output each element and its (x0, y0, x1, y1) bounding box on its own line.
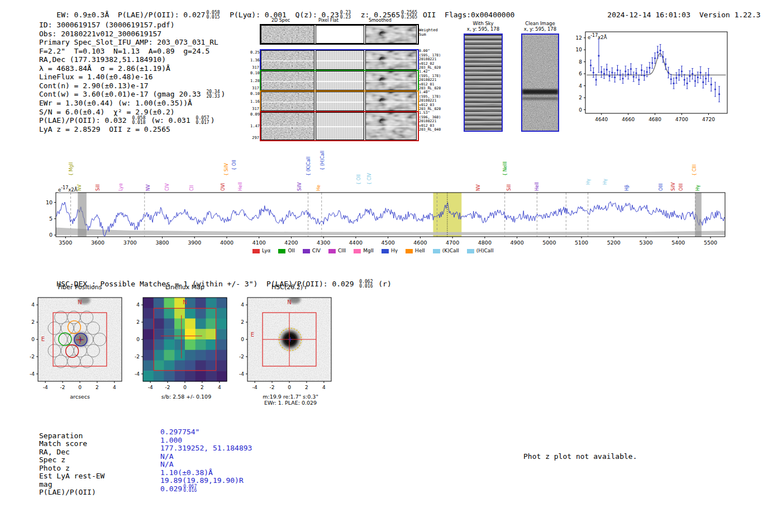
smoothed-image (365, 25, 417, 44)
data-point (692, 73, 693, 75)
spec2d-center-line (261, 126, 314, 127)
info-text: Primary Spec_Slot_IFU_AMP: 203_073_031_R… (39, 38, 218, 46)
data-point (635, 72, 637, 74)
heatmap-cell (143, 339, 154, 350)
info-line: RA,Dec (177.319382,51.184910) (39, 55, 225, 64)
emission-line-label: CIV (165, 183, 170, 191)
fiber-positions-plot: Fiber PositionsNE-4-2024-4-2024 (22, 279, 140, 391)
heatmap-cell (164, 308, 175, 319)
axis-tick-label: 3700 (123, 239, 137, 246)
hsc-image-group (247, 296, 331, 381)
emission-line-label: OVI (221, 183, 226, 191)
heatmap-cell (185, 339, 196, 350)
data-point (718, 93, 720, 95)
match-field-value: 19.89(19.89,19.90)R (160, 476, 244, 485)
spec2d-grid: 2D SpecPixel FlatSmoothedWeighted Sum0.2… (250, 16, 452, 143)
heatmap-cell (196, 308, 206, 319)
cutout-title: Lineflux Map (165, 284, 204, 291)
masked-region-band (695, 193, 702, 237)
axis-tick-label: 10 (46, 199, 53, 205)
data-point (627, 74, 629, 75)
axis-tick-label: -4 (30, 371, 35, 377)
emission-line-label: HeII (535, 182, 540, 191)
info-text: ) (211, 116, 215, 124)
legend-label: Lyα (262, 248, 270, 253)
axis-tick-label: 4300 (317, 239, 330, 246)
axis-tick-label: 2 (201, 385, 204, 390)
elixer-report-page: EW: 0.9±0.3Å P(LAE)/P(OII): 0.0270.0580.… (0, 0, 782, 532)
heatmap-cell (185, 350, 196, 361)
info-line: Primary Spec_Slot_IFU_AMP: 203_073_031_R… (39, 38, 225, 47)
heatmap-cell (216, 308, 227, 319)
axis-tick-label: 8 (579, 59, 582, 65)
match-field-value: N/A (160, 452, 173, 461)
axis-tick-label: -2 (165, 385, 170, 390)
heatmap-cell (164, 361, 175, 371)
pixel-flat-image (316, 71, 364, 90)
clean-image-title: Clean Image x, y: 595, 178 (518, 21, 562, 32)
emission-line-label: NV (476, 184, 481, 191)
legend-label: (H)CaII (476, 248, 494, 253)
spec2d-row-scale-labels: 0.251.36317 (250, 50, 259, 70)
value-text: 1.10(±0.38)Å (160, 468, 213, 477)
heatmap-cell (164, 298, 175, 308)
emission-line-label: { (K)CaII (306, 157, 311, 176)
axis-tick-label: 4680 (649, 117, 661, 122)
axis-tick-label: 4 (322, 385, 326, 390)
spec2d-row-scale-labels: 0.091.47297 (250, 112, 259, 140)
emission-line-label: { CIII (692, 165, 697, 176)
hsc-plae-uncertainty: 0.0620.016 (359, 280, 373, 288)
legend-label: Hγ (391, 248, 398, 253)
value-text: 1.000 (160, 436, 182, 444)
axis-tick-label: 5500 (704, 239, 717, 246)
axis-tick-label: 4 (113, 385, 116, 390)
match-field-label: mag (39, 480, 52, 488)
legend-item: Lyα (252, 248, 270, 253)
axis-tick-label: -2 (60, 385, 65, 390)
axis-tick-label: 4900 (511, 239, 524, 246)
header-datetime-version: 2024-12-14 16:01:03Version 1.22.3 (590, 2, 761, 27)
spec2d-image (261, 71, 314, 90)
data-point (678, 74, 680, 76)
info-line: ID: 3000619157 (3000619157.pdf) (39, 21, 225, 30)
data-point (705, 78, 707, 79)
axis-tick-label: 5 (49, 215, 53, 222)
heatmap-cell (143, 298, 154, 308)
data-point (598, 55, 599, 56)
data-point (711, 84, 712, 85)
legend-label: (K)CaII (442, 248, 459, 253)
emission-line-label: { CIV (367, 172, 372, 185)
emission-line-label: Lyα (118, 183, 123, 191)
info-text: P(LAE)/P(OII): 0.032 (39, 116, 131, 124)
pixel-flat-gap (316, 126, 364, 127)
match-field-label: Est LyA rest-EW (39, 472, 104, 480)
plae-poii-uncertainty: 0.0580.015 (206, 11, 220, 19)
plae-poii-value: P(LAE)/P(OII): 0.027 (118, 11, 206, 19)
data-point (630, 68, 632, 70)
data-point (689, 75, 690, 77)
axis-tick-label: 4 (241, 302, 244, 308)
zoom-spectrum-plot: 46404660468047004720024681012 (569, 27, 736, 128)
axis-tick-label: 4 (31, 302, 35, 308)
uncertainty-fraction: 20.3420.33 (206, 90, 220, 98)
emission-line-label: OIII (659, 184, 664, 191)
pixel-flat-image (316, 25, 364, 44)
axis-tick-label: 12 (576, 35, 582, 41)
axis-tick-label: 5000 (542, 239, 556, 246)
heatmap-cell (216, 329, 227, 339)
axis-tick-label: 0 (288, 385, 291, 390)
axis-tick-label: 10 (576, 47, 583, 52)
axis-tick-label: 3500 (59, 239, 72, 246)
axis-tick-label: 4660 (622, 117, 635, 122)
data-point (684, 79, 685, 80)
data-point (675, 77, 677, 79)
axis-tick-label: 4600 (413, 239, 427, 246)
data-point (609, 75, 611, 77)
axis-tick-label: -4 (135, 371, 140, 377)
heatmap-cell (216, 298, 227, 308)
scale-value: 317 (250, 86, 259, 90)
spec2d-image (261, 92, 314, 111)
heatmap-cell (174, 308, 185, 319)
match-field-label: Spec z (39, 456, 65, 464)
heatmap-cell (196, 371, 206, 381)
